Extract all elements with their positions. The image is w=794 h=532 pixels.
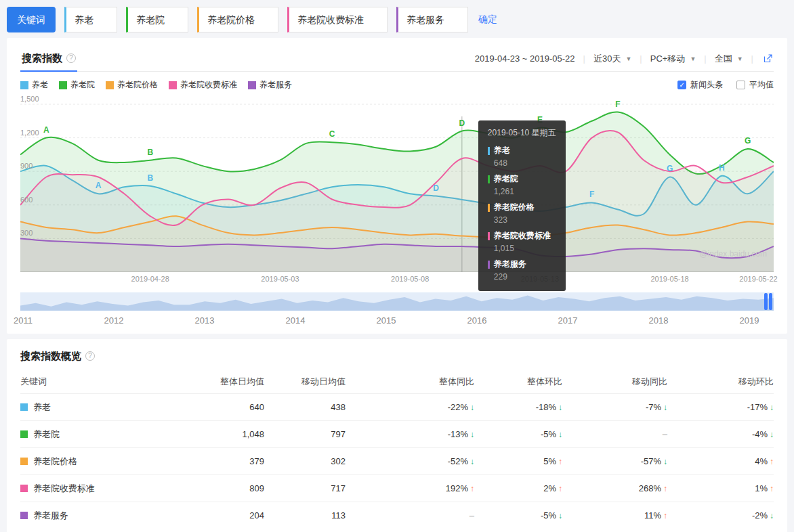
date-range[interactable]: 2019-04-23 ~ 2019-05-22 xyxy=(475,53,575,64)
timeline-slider[interactable] xyxy=(20,292,774,311)
news-marker-G[interactable]: G xyxy=(745,136,751,146)
keyword-input[interactable]: 养老院 xyxy=(126,7,188,32)
x-axis-label: 2019-05-18 xyxy=(650,275,688,283)
table-row[interactable]: 养老院1,048797-13%↓-5%↓–-4%↓ xyxy=(20,420,774,447)
help-icon[interactable]: ? xyxy=(66,53,76,63)
overall-avg-cell: 379 xyxy=(196,456,264,466)
legend-item[interactable]: 养老院价格 xyxy=(106,79,158,91)
keyword-color-swatch xyxy=(20,403,28,411)
divider: | xyxy=(704,53,706,64)
legend-item[interactable]: 养老服务 xyxy=(248,79,292,91)
watermark: @index.baidu.com xyxy=(699,249,767,259)
year-label: 2012 xyxy=(104,315,124,326)
news-marker-C[interactable]: C xyxy=(329,129,335,139)
news-marker-F[interactable]: F xyxy=(615,99,620,109)
tooltip-item: 养老院价格323 xyxy=(488,202,556,225)
slider-handle-bar xyxy=(764,293,768,310)
overview-panel: 搜索指数概览 ? 关键词整体日均值移动日均值整体同比整体环比移动同比移动环比 养… xyxy=(7,339,787,532)
table-row[interactable]: 养老院收费标准809717192%↑2%↑268%↑1%↑ xyxy=(20,474,774,502)
news-marker-B[interactable]: B xyxy=(147,173,153,183)
tooltip-color-bar xyxy=(488,204,490,212)
keyword-input[interactable]: 养老 xyxy=(64,7,117,32)
slider-handle[interactable] xyxy=(764,293,772,310)
time-range-select[interactable]: 近30天 ▼ xyxy=(593,53,631,65)
divider: | xyxy=(583,53,585,64)
year-label: 2016 xyxy=(467,315,487,326)
x-axis-label: 2019-05-22 xyxy=(739,275,777,283)
table-row[interactable]: 养老院价格379302-52%↓5%↑-57%↓4%↑ xyxy=(20,447,774,474)
mobile-avg-cell: 113 xyxy=(264,510,346,520)
change-cell: 1%↑ xyxy=(667,483,774,493)
legend-item[interactable]: 养老院 xyxy=(59,79,95,91)
year-label: 2011 xyxy=(14,315,33,326)
keyword-input[interactable]: 养老服务 xyxy=(396,7,468,32)
change-cell: 11%↑ xyxy=(562,510,667,520)
chevron-down-icon: ▼ xyxy=(690,56,696,62)
average-checkbox[interactable]: 平均值 xyxy=(736,79,774,91)
keywords-label-button[interactable]: 关键词 xyxy=(7,7,56,32)
change-cell: -18%↓ xyxy=(474,402,562,412)
change-cell: 4%↑ xyxy=(667,456,774,466)
tooltip-series-value: 648 xyxy=(494,158,556,168)
confirm-button[interactable]: 确定 xyxy=(478,14,497,26)
panel-header: 搜索指数 ? 2019-04-23 ~ 2019-05-22 | 近30天 ▼ … xyxy=(20,46,774,72)
news-marker-D[interactable]: D xyxy=(459,118,465,128)
tooltip-series-value: 1,015 xyxy=(494,244,556,253)
tab-label: 搜索指数 xyxy=(22,52,62,65)
change-cell: -4%↓ xyxy=(667,429,774,439)
news-headlines-checkbox[interactable]: 新闻头条 xyxy=(677,79,723,91)
table-row[interactable]: 养老640438-22%↓-18%↓-7%↓-17%↓ xyxy=(20,393,774,420)
down-arrow-icon: ↓ xyxy=(770,403,774,412)
year-label: 2013 xyxy=(195,315,215,326)
tooltip-series-value: 229 xyxy=(494,272,556,282)
legend-label: 养老院价格 xyxy=(117,79,158,91)
table-row[interactable]: 养老服务204113–-5%↓11%↑-2%↓ xyxy=(20,502,774,529)
legend-label: 养老院 xyxy=(70,79,95,91)
legend-color-swatch xyxy=(20,81,28,89)
news-marker-H[interactable]: H xyxy=(719,163,725,173)
tooltip-series-value: 1,261 xyxy=(494,187,556,196)
news-marker-G[interactable]: G xyxy=(667,164,673,173)
y-axis-label: 600 xyxy=(20,196,33,204)
change-cell: 2%↑ xyxy=(474,483,562,493)
change-cell: -17%↓ xyxy=(667,402,774,412)
device-select[interactable]: PC+移动 ▼ xyxy=(650,53,696,65)
x-axis-label: 2019-04-28 xyxy=(131,275,169,283)
table-header-cell: 整体日均值 xyxy=(196,376,264,388)
y-axis-label: 1,200 xyxy=(20,129,39,137)
x-axis: 2019-04-282019-05-032019-05-082019-05-13… xyxy=(20,273,774,287)
keyword-color-swatch xyxy=(20,430,28,438)
keyword-input[interactable]: 养老院价格 xyxy=(197,7,278,32)
region-select[interactable]: 全国 ▼ xyxy=(715,53,743,65)
legend-item[interactable]: 养老院收费标准 xyxy=(169,79,237,91)
news-marker-A[interactable]: A xyxy=(96,181,102,190)
tab-search-index[interactable]: 搜索指数 ? xyxy=(20,46,77,72)
y-axis-label: 1,500 xyxy=(20,95,39,103)
legend-row: 养老养老院养老院价格养老院收费标准养老服务 新闻头条 平均值 xyxy=(20,79,774,91)
change-cell: -5%↓ xyxy=(474,510,562,520)
legend-item[interactable]: 养老 xyxy=(20,79,48,91)
news-marker-D[interactable]: D xyxy=(433,183,439,193)
news-marker-B[interactable]: B xyxy=(147,148,153,157)
tooltip-item: 养老院收费标准1,015 xyxy=(488,230,556,253)
up-arrow-icon: ↑ xyxy=(770,484,774,493)
slider-handle-bar xyxy=(769,293,772,310)
tooltip-color-bar xyxy=(488,175,490,183)
news-marker-F[interactable]: F xyxy=(589,190,594,199)
news-marker-A[interactable]: A xyxy=(43,125,49,135)
legend-label: 养老 xyxy=(32,79,48,91)
open-in-new-icon[interactable] xyxy=(761,53,774,65)
table-header-cell: 移动环比 xyxy=(667,376,774,388)
change-cell: 192%↑ xyxy=(346,483,474,493)
keyword-color-swatch xyxy=(20,512,28,519)
tooltip-date: 2019-05-10 星期五 xyxy=(488,127,556,139)
trend-chart[interactable]: AABBCDDEFFGGH 3006009001,2001,500 @index… xyxy=(20,96,774,272)
change-cell: 5%↑ xyxy=(474,456,562,466)
change-cell: – xyxy=(562,429,667,439)
down-arrow-icon: ↓ xyxy=(770,511,774,520)
device-value: PC+移动 xyxy=(650,53,686,65)
keyword-input[interactable]: 养老院收费标准 xyxy=(287,7,388,32)
year-label: 2018 xyxy=(649,315,669,326)
help-icon[interactable]: ? xyxy=(85,351,95,361)
table-header-cell: 移动日均值 xyxy=(264,376,346,388)
